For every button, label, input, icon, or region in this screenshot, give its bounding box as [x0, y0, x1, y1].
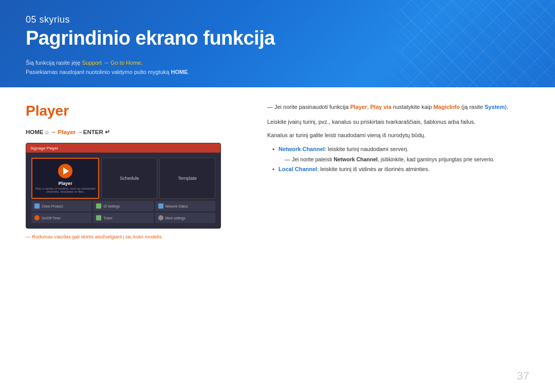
screen-mockup: Signage Player Player Play a variety of …	[26, 143, 221, 229]
clone-icon	[34, 203, 40, 209]
id-icon	[96, 203, 101, 209]
template-tile: Template	[159, 158, 215, 199]
menu-item-datetime-label: On/Off Timer	[42, 216, 61, 220]
nav-home-icon: ⌂	[45, 129, 49, 135]
home-bold: HOME	[171, 69, 188, 75]
datetime-icon	[34, 215, 40, 220]
header-arrow1: →	[102, 60, 110, 66]
network-subnote: Jei norite paleisti Network Channel, įsi…	[279, 155, 529, 164]
enter-icon: ↵	[105, 129, 110, 135]
intro-suffix: ).	[505, 104, 508, 110]
network-channel-text: : leiskite turinį naudodami serverį.	[325, 146, 409, 152]
para2: Kanalus ar turinį galite leisti naudodam…	[267, 130, 529, 140]
menu-item-id-label: ID Settings	[103, 204, 120, 208]
support-link[interactable]: Support	[82, 60, 102, 66]
nav-path: HOME ⌂ → Player →ENTER ↵	[26, 128, 247, 136]
header-line2-suffix: .	[188, 69, 190, 75]
local-channel-label: Local Channel	[279, 166, 317, 172]
nav-player: Player	[58, 129, 76, 135]
network-channel-label: Network Channel	[279, 146, 325, 152]
screen-note: — Rodomas vaizdas gali skirtis atsižvelg…	[26, 234, 247, 239]
menu-item-more: More settings	[155, 213, 215, 223]
more-icon	[158, 215, 163, 220]
menu-item-clone: Clone Product	[31, 201, 91, 211]
network-icon	[158, 203, 163, 209]
player-tile: Player Play a variety of content, such a…	[31, 158, 99, 199]
network-channel-bold: Network Channel	[334, 156, 378, 162]
right-intro: Jei norite pasinaudoti funkcija Player, …	[267, 103, 529, 112]
right-column: Jei norite pasinaudoti funkcija Player, …	[267, 103, 529, 239]
intro-mid3: (ją rasite	[460, 104, 485, 110]
svg-rect-1	[401, 0, 555, 87]
menu-item-id: ID Settings	[93, 201, 153, 211]
tiles-row: Player Play a variety of content, such a…	[31, 158, 215, 199]
intro-system: System	[485, 104, 505, 110]
player-tile-label: Player	[59, 181, 72, 186]
menu-item-ticker-label: Ticker	[103, 216, 112, 220]
intro-magicinfo: MagicInfo	[433, 104, 459, 110]
intro-player: Player	[350, 104, 367, 110]
menu-item-network: Network Status	[155, 201, 215, 211]
bullet-network: Network Channel: leiskite turinį naudoda…	[272, 144, 529, 163]
nav-arrow1: →	[50, 129, 58, 135]
play-icon	[63, 167, 69, 175]
left-column: Player HOME ⌂ → Player →ENTER ↵ Signage …	[26, 103, 247, 239]
menu-item-clone-label: Clone Product	[42, 204, 63, 208]
section-title: Player	[26, 103, 247, 119]
header-line2-prefix: Pasiekiamas naudojant nuotolinio valdymo…	[26, 69, 171, 75]
bullet-list: Network Channel: leiskite turinį naudoda…	[272, 144, 529, 174]
header-line1-suffix: .	[141, 60, 142, 66]
nav-arrow2: →ENTER	[77, 129, 103, 135]
player-tile-sublabel: Play a variety of content, such as sched…	[32, 187, 98, 193]
intro-prefix: Jei norite pasinaudoti funkcija	[274, 104, 350, 110]
menu-item-more-label: More settings	[165, 216, 186, 220]
titlebar-text: Signage Player	[30, 146, 58, 151]
page-title: Pagrindinio ekrano funkcija	[26, 27, 529, 49]
screen-content: Player Play a variety of content, such a…	[26, 153, 220, 228]
intro-play-via: Play via	[371, 104, 392, 110]
screen-titlebar: Signage Player	[26, 143, 220, 153]
player-tile-icon	[58, 164, 72, 178]
menu-item-ticker: Ticker	[93, 213, 153, 223]
page-header: 05 skyrius Pagrindinio ekrano funkcija Š…	[0, 0, 555, 87]
para1: Leiskite įvairų turinį, pvz., kanalus su…	[267, 117, 529, 127]
chapter-number: 05 skyrius	[26, 14, 529, 25]
ticker-icon	[96, 215, 101, 220]
schedule-tile: Schedule	[101, 158, 157, 199]
template-tile-label: Template	[178, 176, 197, 181]
local-channel-text: : leiskite turinį iš vidinės ar išorinės…	[317, 166, 430, 172]
main-content: Player HOME ⌂ → Player →ENTER ↵ Signage …	[0, 87, 555, 250]
schedule-tile-label: Schedule	[120, 176, 139, 181]
header-subtext: Šią funkciją rasite įėję Support → Go to…	[26, 59, 529, 77]
intro-mid2: nustatykite kaip	[392, 104, 434, 110]
go-to-home-link[interactable]: Go to Home	[110, 60, 141, 66]
page-number: 37	[517, 369, 529, 383]
menu-item-datetime: On/Off Timer	[31, 213, 91, 223]
bullet-local: Local Channel: leiskite turinį iš vidinė…	[272, 164, 529, 174]
menu-item-network-label: Network Status	[165, 204, 188, 208]
nav-home: HOME	[26, 129, 44, 135]
header-line1-prefix: Šią funkciją rasite įėję	[26, 60, 82, 66]
menu-grid: Clone Product ID Settings Network Status…	[31, 201, 215, 223]
